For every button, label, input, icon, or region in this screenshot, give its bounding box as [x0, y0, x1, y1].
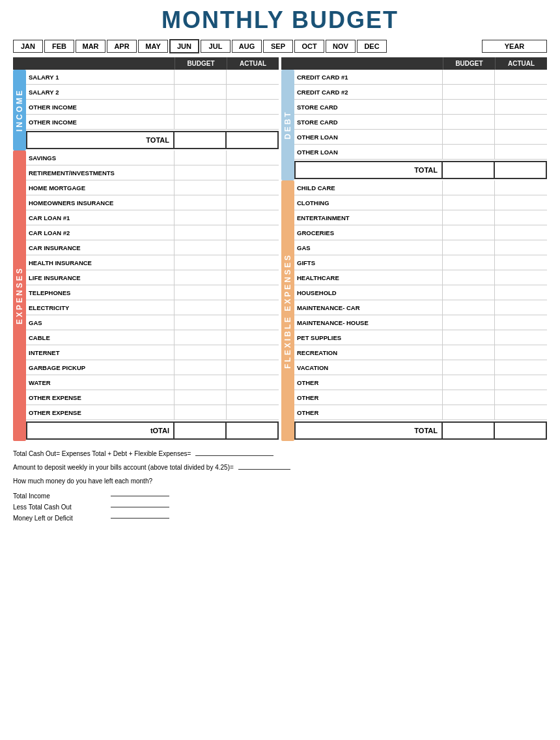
- summary-label-0: Total Income: [13, 492, 104, 500]
- income-budget-4[interactable]: [175, 115, 227, 129]
- budget-panels: BUDGET ACTUAL INCOME SALARY 1 SALARY 2 O…: [13, 57, 547, 441]
- flexible-total-row: TOTAL: [294, 421, 547, 440]
- flexible-content: CHILD CARE CLOTHING ENTERTAINMENT GROCER…: [294, 180, 547, 441]
- flexible-total-label: TOTAL: [296, 423, 441, 438]
- flex-row-9: MAINTENANCE- HOUSE: [294, 315, 547, 330]
- exp-row-17: OTHER EXPENSE: [26, 405, 279, 420]
- flex-row-5: GIFTS: [294, 255, 547, 270]
- month-tabs: JAN FEB MAR APR MAY JUN JUL AUG SEP OCT …: [13, 39, 547, 53]
- expenses-total-budget[interactable]: [173, 423, 225, 438]
- left-header-label: [13, 57, 175, 70]
- left-header: BUDGET ACTUAL: [13, 57, 279, 70]
- right-budget-header: BUDGET: [443, 57, 495, 70]
- income-total-budget[interactable]: [173, 132, 225, 148]
- exp-row-8: LIFE INSURANCE: [26, 270, 279, 285]
- income-actual-4[interactable]: [227, 115, 279, 129]
- exp-row-12: CABLE: [26, 330, 279, 345]
- summary-value-2[interactable]: [111, 518, 169, 519]
- income-section: INCOME SALARY 1 SALARY 2 OTHER INCOME: [13, 70, 279, 150]
- income-total-actual[interactable]: [225, 132, 277, 148]
- summary-table: Total Income Less Total Cash Out Money L…: [13, 492, 547, 522]
- right-panel: BUDGET ACTUAL DEBT CREDIT CARD #1 CREDIT…: [281, 57, 547, 441]
- income-total-row: TOTAL: [26, 131, 279, 149]
- right-actual-header: ACTUAL: [495, 57, 547, 70]
- exp-row-9: TELEPHONES: [26, 285, 279, 300]
- income-actual-3[interactable]: [227, 100, 279, 114]
- page-title: MONTHLY BUDGET: [13, 7, 547, 34]
- flex-row-3: GROCERIES: [294, 225, 547, 240]
- income-budget-3[interactable]: [175, 100, 227, 114]
- exp-row-14: GARBAGE PICKUP: [26, 360, 279, 375]
- debt-total-row: TOTAL: [294, 161, 547, 179]
- debt-row-0: CREDIT CARD #1: [294, 70, 547, 85]
- tab-apr[interactable]: APR: [107, 40, 137, 53]
- summary-value-1[interactable]: [111, 507, 169, 507]
- expenses-section: EXPENSES SAVINGS RETIREMENT/INVESTMENTS …: [13, 150, 279, 441]
- tab-feb[interactable]: FEB: [44, 40, 74, 53]
- expenses-sidebar: EXPENSES: [13, 150, 26, 441]
- tab-dec[interactable]: DEC: [357, 40, 387, 53]
- exp-row-11: GAS: [26, 315, 279, 330]
- summary-row-1: Less Total Cash Out: [13, 504, 547, 511]
- flex-row-14: OTHER: [294, 390, 547, 405]
- exp-row-15: WATER: [26, 375, 279, 390]
- income-row-1: SALARY 1: [26, 70, 279, 85]
- flex-row-12: VACATION: [294, 360, 547, 375]
- expenses-total-actual[interactable]: [225, 423, 277, 438]
- tab-oct[interactable]: OCT: [294, 40, 324, 53]
- debt-content: CREDIT CARD #1 CREDIT CARD #2 STORE CARD…: [294, 70, 547, 180]
- left-budget-header: BUDGET: [175, 57, 227, 70]
- footer-line1: Total Cash Out= Expenses Total + Debt + …: [13, 449, 547, 459]
- exp-row-3: HOMEOWNERS INSURANCE: [26, 195, 279, 210]
- footer: Total Cash Out= Expenses Total + Debt + …: [13, 449, 547, 522]
- tab-nov[interactable]: NOV: [326, 40, 356, 53]
- exp-row-5: CAR LOAN #2: [26, 225, 279, 240]
- debt-total-label: TOTAL: [296, 162, 441, 178]
- exp-row-1: RETIREMENT/INVESTMENTS: [26, 165, 279, 180]
- income-actual-1[interactable]: [227, 70, 279, 84]
- income-row-2: SALARY 2: [26, 85, 279, 100]
- flex-row-4: GAS: [294, 240, 547, 255]
- flex-row-6: HEALTHCARE: [294, 270, 547, 285]
- tab-jan[interactable]: JAN: [13, 40, 43, 53]
- summary-label-2: Money Left or Deficit: [13, 515, 104, 522]
- tab-sep[interactable]: SEP: [263, 40, 293, 53]
- flex-row-13: OTHER: [294, 375, 547, 390]
- flexible-total-actual[interactable]: [494, 423, 546, 438]
- income-label-3: OTHER INCOME: [26, 100, 175, 114]
- flex-row-1: CLOTHING: [294, 195, 547, 210]
- tab-aug[interactable]: AUG: [232, 40, 262, 53]
- debt-row-1: CREDIT CARD #2: [294, 85, 547, 100]
- income-actual-2[interactable]: [227, 85, 279, 99]
- debt-row-4: OTHER LOAN: [294, 130, 547, 145]
- flexible-total-budget[interactable]: [441, 423, 494, 438]
- tab-jul[interactable]: JUL: [201, 40, 231, 53]
- weekly-deposit-blank[interactable]: [238, 469, 290, 470]
- flex-row-2: ENTERTAINMENT: [294, 210, 547, 225]
- income-label-1: SALARY 1: [26, 70, 175, 84]
- expenses-total-row: tOTAl: [26, 421, 279, 440]
- summary-value-0[interactable]: [111, 496, 169, 496]
- exp-row-0: SAVINGS: [26, 150, 279, 165]
- income-budget-1[interactable]: [175, 70, 227, 84]
- flex-row-7: HOUSEHOLD: [294, 285, 547, 300]
- tab-jun[interactable]: JUN: [169, 39, 199, 53]
- debt-total-budget[interactable]: [441, 162, 494, 178]
- footer-line2: Amount to deposit weekly in your bills a…: [13, 462, 547, 472]
- debt-row-3: STORE CARD: [294, 115, 547, 130]
- summary-label-1: Less Total Cash Out: [13, 504, 104, 511]
- left-panel: BUDGET ACTUAL INCOME SALARY 1 SALARY 2 O…: [13, 57, 279, 441]
- income-row-3: OTHER INCOME: [26, 100, 279, 115]
- flex-row-11: RECREATION: [294, 345, 547, 360]
- debt-total-actual[interactable]: [494, 162, 546, 178]
- tab-may[interactable]: MAY: [138, 40, 168, 53]
- year-tab[interactable]: YEAR: [482, 40, 547, 53]
- income-label-2: SALARY 2: [26, 85, 175, 99]
- flexible-sidebar: FLEXIBLE EXPENSES: [281, 180, 294, 441]
- cash-out-blank[interactable]: [195, 455, 273, 456]
- exp-row-16: OTHER EXPENSE: [26, 390, 279, 405]
- tab-mar[interactable]: MAR: [76, 40, 105, 53]
- income-budget-2[interactable]: [175, 85, 227, 99]
- income-label-4: OTHER INCOME: [26, 115, 175, 129]
- expenses-content: SAVINGS RETIREMENT/INVESTMENTS HOME MORT…: [26, 150, 279, 441]
